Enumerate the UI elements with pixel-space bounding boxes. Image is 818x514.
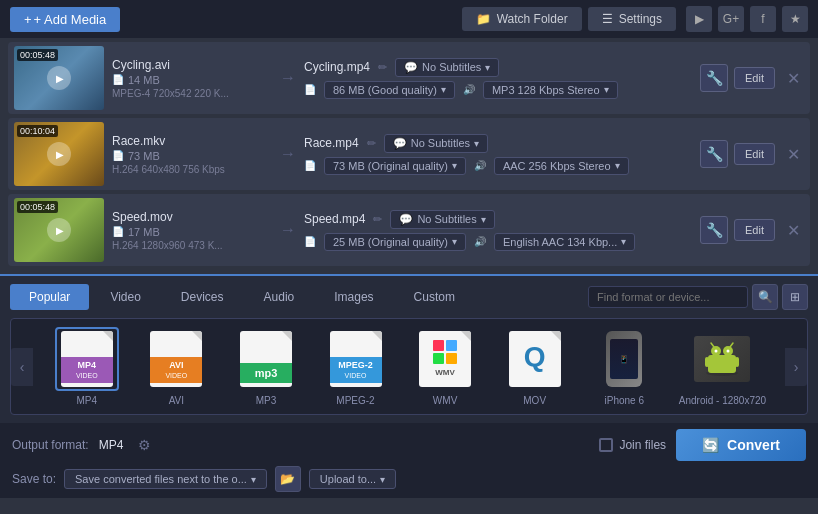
- close-button[interactable]: ✕: [783, 221, 804, 240]
- quality-file-icon: 📄: [304, 236, 316, 247]
- svg-rect-1: [708, 355, 736, 373]
- edit-pencil-icon[interactable]: ✏: [367, 137, 376, 150]
- format-icon-box-avi: AVIVIDEO: [144, 327, 208, 391]
- avi-doc-icon: AVIVIDEO: [150, 331, 202, 387]
- caret-down-icon: ▾: [485, 62, 490, 73]
- settings-button[interactable]: ☰ Settings: [588, 7, 676, 31]
- join-files-checkbox[interactable]: Join files: [599, 438, 666, 452]
- star-icon[interactable]: ★: [782, 6, 808, 32]
- audio-button[interactable]: MP3 128 Kbps Stereo ▾: [483, 81, 618, 99]
- google-plus-icon[interactable]: G+: [718, 6, 744, 32]
- save-path-caret-icon: ▾: [251, 474, 256, 485]
- scroll-left-button[interactable]: ‹: [11, 348, 33, 386]
- output-name: Speed.mp4: [304, 212, 365, 226]
- subtitle-button[interactable]: 💬 No Subtitles ▾: [395, 58, 499, 77]
- gear-button[interactable]: ⚙: [133, 434, 155, 456]
- bottom-row2: Save to: Save converted files next to th…: [12, 466, 806, 492]
- search-button[interactable]: 🔍: [752, 284, 778, 310]
- browse-folder-button[interactable]: 📂: [275, 466, 301, 492]
- audio-label: MP3 128 Kbps Stereo: [492, 84, 600, 96]
- output-top: Cycling.mp4 ✏ 💬 No Subtitles ▾: [304, 58, 692, 77]
- wmv-label: WMV: [433, 395, 457, 406]
- tab-audio[interactable]: Audio: [245, 284, 314, 310]
- play-button[interactable]: [47, 66, 71, 90]
- tab-images[interactable]: Images: [315, 284, 392, 310]
- quality-caret-icon: ▾: [441, 84, 446, 95]
- mp4-label: MP4: [77, 395, 98, 406]
- iphone6-label: iPhone 6: [605, 395, 644, 406]
- audio-label: AAC 256 Kbps Stereo: [503, 160, 611, 172]
- tab-popular[interactable]: Popular: [10, 284, 89, 310]
- mpeg2-stripe: MPEG-2VIDEO: [330, 357, 382, 383]
- audio-button[interactable]: English AAC 134 Kbp... ▾: [494, 233, 635, 251]
- format-wmv[interactable]: WMV WMV: [410, 327, 480, 406]
- tab-video[interactable]: Video: [91, 284, 159, 310]
- wrench-button[interactable]: 🔧: [700, 216, 728, 244]
- edit-pencil-icon[interactable]: ✏: [373, 213, 382, 226]
- close-button[interactable]: ✕: [783, 145, 804, 164]
- subtitle-button[interactable]: 💬 No Subtitles ▾: [390, 210, 494, 229]
- caret-down-icon: ▾: [474, 138, 479, 149]
- save-path-button[interactable]: Save converted files next to the o... ▾: [64, 469, 267, 489]
- convert-button[interactable]: 🔄 Convert: [676, 429, 806, 461]
- screen-button[interactable]: ⊞: [782, 284, 808, 310]
- file-name: Race.mkv: [112, 134, 272, 148]
- actions-col: 🔧 Edit: [700, 64, 775, 92]
- youtube-icon[interactable]: ▶: [686, 6, 712, 32]
- file-thumbnail[interactable]: 00:05:48: [14, 198, 104, 262]
- output-section: Cycling.mp4 ✏ 💬 No Subtitles ▾ 📄 86 MB (…: [304, 58, 692, 99]
- output-middle: 📄 86 MB (Good quality) ▾ 🔊 MP3 128 Kbps …: [304, 81, 692, 99]
- format-search-input[interactable]: [588, 286, 748, 308]
- format-mp4[interactable]: MP4VIDEO MP4: [52, 327, 122, 406]
- audio-icon: 🔊: [463, 84, 475, 95]
- format-icon-box-android: [690, 327, 754, 391]
- file-thumbnail[interactable]: 00:10:04: [14, 122, 104, 186]
- format-icon-box-mpeg2: MPEG-2VIDEO: [324, 327, 388, 391]
- format-icon-box-iphone6: 📱: [592, 327, 656, 391]
- edit-button[interactable]: Edit: [734, 143, 775, 165]
- edit-button[interactable]: Edit: [734, 67, 775, 89]
- play-button[interactable]: [47, 142, 71, 166]
- quality-button[interactable]: 25 MB (Original quality) ▾: [324, 233, 466, 251]
- checkbox-icon: [599, 438, 613, 452]
- format-avi[interactable]: AVIVIDEO AVI: [141, 327, 211, 406]
- plus-icon: +: [24, 12, 32, 27]
- audio-icon: 🔊: [474, 236, 486, 247]
- add-media-button[interactable]: + + Add Media: [10, 7, 120, 32]
- subtitle-label: No Subtitles: [411, 137, 470, 149]
- output-middle: 📄 25 MB (Original quality) ▾ 🔊 English A…: [304, 233, 692, 251]
- upload-button[interactable]: Upload to... ▾: [309, 469, 396, 489]
- file-codec: H.264 1280x960 473 K...: [112, 240, 272, 251]
- wrench-button[interactable]: 🔧: [700, 64, 728, 92]
- file-thumbnail[interactable]: 00:05:48: [14, 46, 104, 110]
- windows-logo-icon: [433, 340, 457, 364]
- iphone-icon: 📱: [606, 331, 642, 387]
- play-button[interactable]: [47, 218, 71, 242]
- format-iphone6[interactable]: 📱 iPhone 6: [589, 327, 659, 406]
- format-mpeg2[interactable]: MPEG-2VIDEO MPEG-2: [321, 327, 391, 406]
- facebook-icon[interactable]: f: [750, 6, 776, 32]
- edit-button[interactable]: Edit: [734, 219, 775, 241]
- scroll-right-button[interactable]: ›: [785, 348, 807, 386]
- wrench-button[interactable]: 🔧: [700, 140, 728, 168]
- format-mp3[interactable]: mp3 MP3: [231, 327, 301, 406]
- quality-button[interactable]: 86 MB (Good quality) ▾: [324, 81, 455, 99]
- quality-button[interactable]: 73 MB (Original quality) ▾: [324, 157, 466, 175]
- format-icons: MP4VIDEO MP4 AVIVIDEO AVI mp3: [47, 327, 771, 406]
- file-info: Cycling.avi 📄 14 MB MPEG-4 720x542 220 K…: [112, 58, 272, 99]
- format-icon-box-mp3: mp3: [234, 327, 298, 391]
- format-mov[interactable]: Q MOV: [500, 327, 570, 406]
- tab-custom[interactable]: Custom: [395, 284, 474, 310]
- subtitle-button[interactable]: 💬 No Subtitles ▾: [384, 134, 488, 153]
- quality-label: 86 MB (Good quality): [333, 84, 437, 96]
- edit-pencil-icon[interactable]: ✏: [378, 61, 387, 74]
- format-icons-row: ‹ MP4VIDEO MP4 AVIVIDEO AVI: [10, 318, 808, 415]
- close-button[interactable]: ✕: [783, 69, 804, 88]
- format-android[interactable]: Android - 1280x720: [679, 327, 766, 406]
- audio-label: English AAC 134 Kbp...: [503, 236, 617, 248]
- watch-folder-button[interactable]: 📁 Watch Folder: [462, 7, 582, 31]
- format-icon-box-mov: Q: [503, 327, 567, 391]
- audio-button[interactable]: AAC 256 Kbps Stereo ▾: [494, 157, 629, 175]
- tab-devices[interactable]: Devices: [162, 284, 243, 310]
- quality-file-icon: 📄: [304, 84, 316, 95]
